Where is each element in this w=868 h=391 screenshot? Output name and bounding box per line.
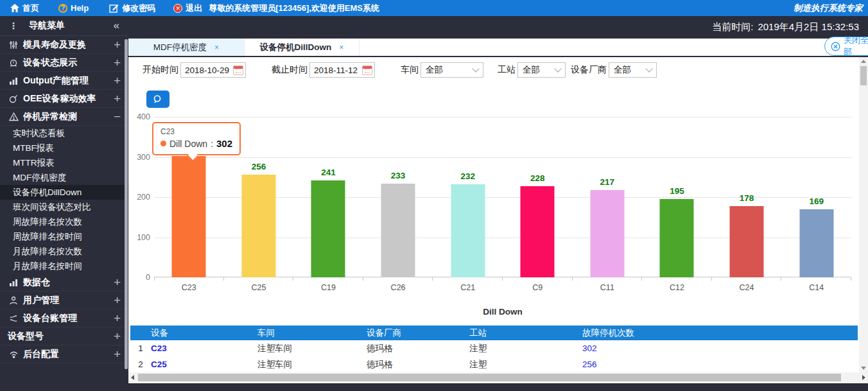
bar-C25[interactable] (241, 175, 275, 277)
sidebar-item[interactable]: 班次间设备状态对比 (0, 200, 128, 214)
table-body: 1C23注塑车间德玛格注塑3022C25注塑车间德玛格注塑256 (130, 340, 858, 372)
sidebar-section-oee[interactable]: OEE设备稼动效率 + (0, 90, 128, 108)
y-axis: 0100200300400 (128, 117, 150, 277)
sidebar-section-device-model[interactable]: 设备型号 + (0, 327, 128, 345)
scroll-up-arrow-icon[interactable] (861, 60, 866, 63)
section-label: OEE设备稼动效率 (23, 93, 96, 105)
bar-C24[interactable] (730, 206, 764, 277)
start-date-input[interactable]: 2018-10-29 (180, 62, 246, 78)
series-dot-icon (161, 141, 166, 146)
tooltip-category: C23 (161, 127, 232, 136)
vendor-select[interactable]: 全部 (609, 62, 657, 78)
workshop-select[interactable]: 全部 (421, 62, 483, 78)
bar-C26[interactable] (381, 184, 415, 277)
bar-C12[interactable] (660, 199, 694, 277)
bar-C14[interactable] (799, 209, 833, 277)
close-tab-icon[interactable]: × (214, 43, 219, 52)
scroll-down-arrow-icon[interactable] (861, 367, 866, 370)
device-link[interactable]: C23 (151, 343, 257, 353)
sidebar-item[interactable]: 周故障排名按次数 (0, 214, 128, 229)
section-label: 设备台账管理 (23, 313, 77, 324)
vendor-cell: 德玛格 (367, 359, 469, 370)
vertical-scrollbar-thumb[interactable] (860, 66, 867, 85)
ledger-icon (8, 314, 19, 323)
home-button[interactable]: 首页 (10, 3, 39, 14)
sidebar-section-mold-life[interactable]: 模具寿命及更换 + (0, 36, 128, 54)
bar-chart-icon (8, 278, 19, 287)
bar-C9[interactable] (521, 186, 555, 278)
alarm-icon (8, 58, 19, 67)
bar-value-label: 217 (600, 177, 615, 187)
home-label: 首页 (22, 3, 39, 14)
scroll-left-arrow-icon[interactable] (131, 375, 134, 380)
close-tab-icon[interactable]: × (339, 43, 343, 52)
home-icon (10, 4, 19, 12)
collapse-icon[interactable]: − (114, 110, 121, 123)
horizontal-scrollbar-thumb[interactable] (138, 374, 841, 381)
sidebar-item[interactable]: MTTR报表 (0, 155, 128, 170)
logout-button[interactable]: ✕ 退出 (173, 3, 202, 14)
sidebar-item[interactable]: 月故障排名按次数 (0, 244, 128, 259)
sidebar-section-data-warehouse[interactable]: 数据仓 + (0, 274, 128, 291)
expand-icon[interactable]: + (114, 92, 121, 105)
status-strip: 当前时间: 2019年4月2日 15:32:53 (128, 16, 868, 39)
calendar-icon[interactable] (362, 65, 372, 75)
collapse-sidebar-icon[interactable]: « (114, 19, 119, 32)
sidebar-section-backend-config[interactable]: 后台配置 + (0, 345, 128, 363)
tooltip-separator: : (211, 139, 213, 149)
tab-label: MDF停机密度 (153, 42, 207, 53)
end-date-input[interactable]: 2018-11-12 (309, 62, 375, 78)
top-bar: 首页 ? Help 修改密码 ✕ 退出 尊敬的系统管理员[123456],欢迎使… (0, 0, 868, 16)
help-button[interactable]: ? Help (58, 3, 89, 13)
sidebar-item[interactable]: 实时状态看板 (0, 126, 128, 141)
sidebar-section-downtime-detect[interactable]: 停机异常检测 − (0, 108, 128, 126)
bar-C19[interactable] (311, 180, 345, 277)
sidebar-section-device-status[interactable]: 设备状态展示 + (0, 54, 128, 72)
search-button[interactable] (146, 91, 169, 108)
expand-icon[interactable]: + (114, 330, 121, 342)
tab-mdf-downtime-density[interactable]: MDF停机密度 × (128, 39, 244, 56)
sidebar-section-output[interactable]: Output产能管理 + (0, 72, 128, 90)
close-all-tabs-button[interactable]: 关闭全部 (824, 37, 868, 56)
tab-device-drilldown[interactable]: 设备停机DillDown × (244, 39, 360, 56)
bar-slot: 195 (642, 117, 712, 277)
bar-value-label: 178 (740, 193, 754, 203)
warning-icon (8, 112, 19, 121)
downtime-count[interactable]: 302 (582, 343, 858, 353)
expand-icon[interactable]: + (114, 294, 121, 306)
sidebar-item[interactable]: MTBF报表 (0, 141, 128, 155)
expand-icon[interactable]: + (114, 39, 121, 51)
sidebar-section-user-mgmt[interactable]: 用户管理 + (0, 291, 128, 309)
sidebar-item[interactable]: 设备停机DillDown (0, 185, 128, 200)
sidebar-item[interactable]: 月故障排名按时间 (0, 259, 128, 274)
expand-icon[interactable]: + (114, 74, 121, 87)
expand-icon[interactable]: + (114, 348, 121, 360)
sidebar: ⋮ 导航菜单 « 模具寿命及更换 + 设备状态展示 + Output产能管理 +… (0, 16, 128, 391)
y-axis-tick-label: 400 (137, 112, 150, 121)
expand-icon[interactable]: + (114, 276, 121, 288)
horizontal-scrollbar[interactable] (128, 372, 868, 383)
vertical-scrollbar[interactable] (859, 57, 868, 372)
sidebar-scrollbar-thumb[interactable] (125, 39, 128, 369)
tab-label: 设备停机DillDown (260, 42, 332, 53)
bar-C21[interactable] (451, 184, 485, 277)
edit-icon (109, 4, 119, 13)
bar-C23[interactable] (172, 156, 206, 277)
sidebar-section-equipment-ledger[interactable]: 设备台账管理 + (0, 309, 128, 327)
station-select[interactable]: 全部 (517, 62, 566, 78)
bar-slot: 233 (363, 117, 433, 277)
sidebar-item[interactable]: 周故障排名按时间 (0, 229, 128, 244)
expand-icon[interactable]: + (114, 56, 121, 69)
sidebar-item[interactable]: MDF停机密度 (0, 170, 128, 185)
station-label: 工站 (498, 64, 516, 76)
change-password-button[interactable]: 修改密码 (109, 3, 155, 14)
column-header-device: 设备 (151, 327, 257, 339)
bar-C11[interactable] (590, 190, 624, 277)
scroll-right-arrow-icon[interactable] (862, 375, 865, 380)
bar-value-label: 233 (391, 171, 406, 180)
expand-icon[interactable]: + (114, 312, 121, 324)
calendar-icon[interactable] (233, 65, 243, 75)
downtime-count[interactable]: 256 (582, 360, 858, 369)
station-cell: 注塑 (469, 343, 582, 354)
device-link[interactable]: C25 (151, 360, 257, 369)
